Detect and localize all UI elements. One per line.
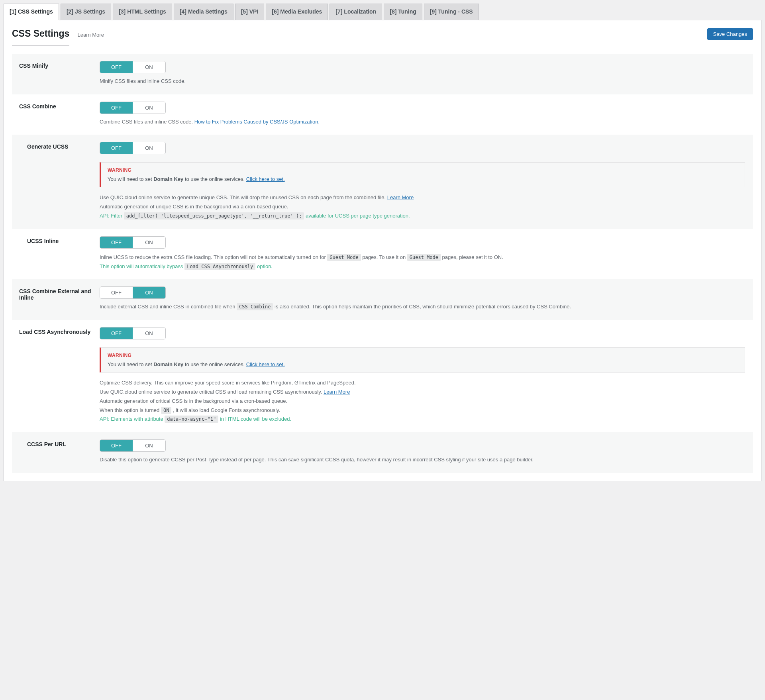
link-set-domain-key[interactable]: Click here to set. [246,361,285,367]
toggle-generate-ucss-on[interactable]: ON [133,142,165,154]
link-learn-more-async[interactable]: Learn More [324,389,350,395]
toggle-ccss-per-url: OFF ON [100,439,166,452]
toggle-load-css-async-off[interactable]: OFF [100,327,133,339]
label-load-css-async: Load CSS Asynchronously [12,320,100,432]
code-ucss-filter: add_filter( 'litespeed_ucss_per_pagetype… [124,212,304,220]
tab-media-excludes[interactable]: [6] Media Excludes [266,4,328,20]
toggle-generate-ucss-off[interactable]: OFF [100,142,133,154]
tab-tuning-css[interactable]: [9] Tuning - CSS [424,4,479,20]
toggle-ucss-inline-on[interactable]: ON [133,237,165,248]
toggle-css-combine-ext-on[interactable]: ON [133,287,165,298]
code-load-css-async: Load CSS Asynchronously [184,263,255,270]
label-ccss-per-url: CCSS Per URL [12,432,100,473]
warning-title: WARNING [108,353,738,358]
tab-js-settings[interactable]: [2] JS Settings [61,4,111,20]
tab-html-settings[interactable]: [3] HTML Settings [113,4,172,20]
link-set-domain-key[interactable]: Click here to set. [246,176,285,182]
save-changes-button[interactable]: Save Changes [707,28,753,40]
settings-tabs: [1] CSS Settings [2] JS Settings [3] HTM… [4,4,761,20]
desc-css-combine: Combine CSS files and inline CSS code. H… [100,118,745,126]
code-css-combine: CSS Combine [237,303,273,310]
code-data-no-async: data-no-async="1" [165,416,218,423]
label-css-combine-ext: CSS Combine External and Inline [12,279,100,320]
toggle-css-combine-ext-off[interactable]: OFF [100,287,133,298]
label-css-combine: CSS Combine [12,94,100,135]
learn-more-link[interactable]: Learn More [77,32,104,38]
code-guest-mode-1: Guest Mode [327,254,361,261]
toggle-css-combine: OFF ON [100,102,166,114]
toggle-ccss-per-url-on[interactable]: ON [133,440,165,451]
desc-css-minify: Minify CSS files and inline CSS code. [100,77,745,86]
toggle-css-combine-off[interactable]: OFF [100,102,133,114]
toggle-load-css-async: OFF ON [100,327,166,339]
toggle-css-minify-off[interactable]: OFF [100,61,133,73]
tab-media-settings[interactable]: [4] Media Settings [174,4,233,20]
toggle-css-combine-on[interactable]: ON [133,102,165,114]
toggle-ccss-per-url-off[interactable]: OFF [100,440,133,451]
label-css-minify: CSS Minify [12,54,100,94]
tab-tuning[interactable]: [8] Tuning [384,4,422,20]
tab-css-settings[interactable]: [1] CSS Settings [4,4,59,20]
code-on: ON [161,407,171,414]
tab-vpi[interactable]: [5] VPI [235,4,265,20]
label-ucss-inline: UCSS Inline [12,229,100,280]
toggle-ucss-inline: OFF ON [100,236,166,249]
warning-domain-key-async: WARNING You will need to set Domain Key … [100,347,745,373]
toggle-css-combine-ext: OFF ON [100,286,166,299]
link-learn-more-ucss[interactable]: Learn More [387,194,414,200]
desc-ucss-inline: Inline UCSS to reduce the extra CSS file… [100,253,745,271]
tab-localization[interactable]: [7] Localization [330,4,382,20]
code-guest-mode-2: Guest Mode [407,254,441,261]
desc-css-combine-ext: Include external CSS and inline CSS in c… [100,303,745,311]
link-fix-problems[interactable]: How to Fix Problems Caused by CSS/JS Opt… [194,119,320,125]
toggle-load-css-async-on[interactable]: ON [133,327,165,339]
desc-load-css-async: Optimize CSS delivery. This can improve … [100,379,745,424]
toggle-css-minify: OFF ON [100,61,166,73]
warning-domain-key-ucss: WARNING You will need to set Domain Key … [100,162,745,187]
toggle-css-minify-on[interactable]: ON [133,61,165,73]
label-generate-ucss: Generate UCSS [12,135,100,229]
toggle-ucss-inline-off[interactable]: OFF [100,237,133,248]
toggle-generate-ucss: OFF ON [100,142,166,154]
desc-generate-ucss: Use QUIC.cloud online service to generat… [100,194,745,220]
warning-title: WARNING [108,167,738,173]
page-title: CSS Settings [12,28,69,41]
desc-ccss-per-url: Disable this option to generate CCSS per… [100,456,745,464]
